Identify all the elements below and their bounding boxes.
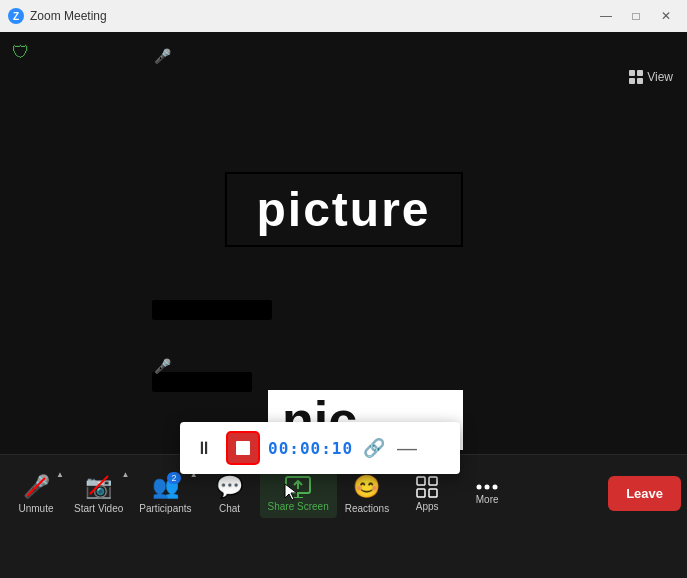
share-screen-label: Share Screen xyxy=(268,501,329,512)
pause-button[interactable]: ⏸ xyxy=(190,434,218,462)
chat-icon: 💬 xyxy=(216,474,243,500)
pause-icon: ⏸ xyxy=(195,438,213,459)
redacted-name-2 xyxy=(152,372,252,392)
redacted-name-1 xyxy=(152,300,272,320)
zoom-app-icon: Z xyxy=(8,8,24,24)
video-label: Start Video xyxy=(74,503,123,514)
svg-rect-2 xyxy=(429,477,437,485)
start-video-button[interactable]: ▲ 📷 Start Video xyxy=(66,468,131,520)
unmute-button[interactable]: ▲ 🎤 Unmute xyxy=(6,468,66,520)
video-icon: 📷 xyxy=(85,474,112,500)
title-bar-left: Z Zoom Meeting xyxy=(8,8,107,24)
unmute-label: Unmute xyxy=(18,503,53,514)
shield-icon: 🛡 xyxy=(12,42,34,64)
reactions-button[interactable]: 😊 Reactions xyxy=(337,468,397,520)
more-button[interactable]: More xyxy=(457,477,517,511)
picture-banner: picture xyxy=(224,172,462,247)
chat-button[interactable]: 💬 Chat xyxy=(200,468,260,520)
close-button[interactable]: ✕ xyxy=(653,6,679,26)
view-label: View xyxy=(647,70,673,84)
reactions-label: Reactions xyxy=(345,503,389,514)
video-chevron: ▲ xyxy=(121,470,129,479)
apps-button[interactable]: Apps xyxy=(397,470,457,518)
view-button[interactable]: View xyxy=(629,70,673,84)
more-label: More xyxy=(476,494,499,505)
collapse-icon[interactable]: — xyxy=(397,437,417,460)
svg-point-5 xyxy=(477,484,482,489)
picture-text: picture xyxy=(256,183,430,236)
link-icon[interactable]: 🔗 xyxy=(363,437,385,459)
grid-icon xyxy=(629,70,643,84)
reactions-icon: 😊 xyxy=(353,474,380,500)
minimize-button[interactable]: — xyxy=(593,6,619,26)
maximize-button[interactable]: □ xyxy=(623,6,649,26)
participant-mic-icon-2: 🎤 xyxy=(154,48,171,64)
participants-icon: 👥 2 xyxy=(152,474,179,500)
window-controls: — □ ✕ xyxy=(593,6,679,26)
unmute-chevron: ▲ xyxy=(56,470,64,479)
annotation-bar: ⏸ 00:00:10 🔗 — xyxy=(180,422,460,474)
stop-icon xyxy=(236,441,250,455)
stop-recording-button[interactable] xyxy=(228,433,258,463)
mic-icon: 🎤 xyxy=(23,474,50,500)
recording-timer: 00:00:10 xyxy=(268,439,353,458)
apps-label: Apps xyxy=(416,501,439,512)
participants-label: Participants xyxy=(139,503,191,514)
meeting-area: 🛡 View picture nic ⏸ 00:00:10 🔗 — xyxy=(0,32,687,532)
share-screen-icon xyxy=(285,476,311,498)
svg-rect-4 xyxy=(429,489,437,497)
window-title: Zoom Meeting xyxy=(30,9,107,23)
chat-label: Chat xyxy=(219,503,240,514)
participant-mic-icon: 🎤 xyxy=(154,358,171,374)
svg-rect-3 xyxy=(417,489,425,497)
participants-button[interactable]: ▲ 👥 2 Participants xyxy=(131,468,199,520)
apps-icon xyxy=(416,476,438,498)
share-screen-button[interactable]: Share Screen xyxy=(260,470,337,518)
svg-rect-1 xyxy=(417,477,425,485)
participants-badge: 2 xyxy=(167,472,181,484)
more-icon xyxy=(476,483,498,491)
leave-button[interactable]: Leave xyxy=(608,476,681,511)
svg-point-6 xyxy=(485,484,490,489)
title-bar: Z Zoom Meeting — □ ✕ xyxy=(0,0,687,32)
svg-point-7 xyxy=(493,484,498,489)
